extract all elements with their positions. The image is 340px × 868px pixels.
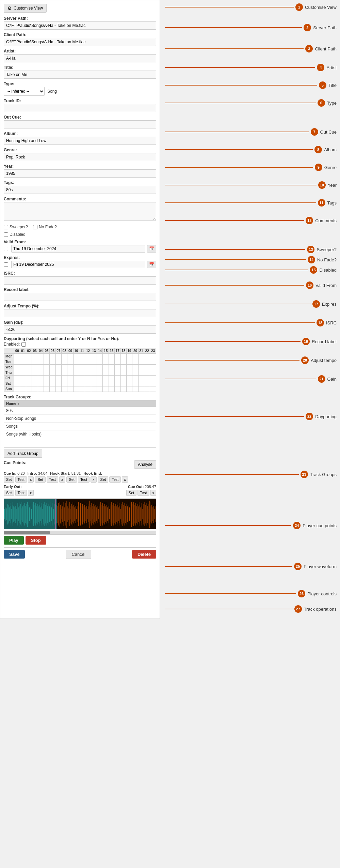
daypart-cell-sun-15[interactable] [103, 386, 109, 392]
hook-end-x-button[interactable]: x [122, 476, 128, 483]
daypart-cell-mon-6[interactable] [50, 354, 55, 359]
daypart-cell-fri-11[interactable] [79, 376, 85, 381]
daypart-cell-tue-18[interactable] [120, 359, 126, 365]
daypart-cell-wed-18[interactable] [120, 365, 126, 370]
daypart-cell-thu-3[interactable] [32, 370, 38, 376]
daypart-cell-tue-3[interactable] [32, 359, 38, 365]
daypart-cell-tue-9[interactable] [67, 359, 73, 365]
daypart-cell-sat-11[interactable] [79, 381, 85, 386]
daypart-cell-wed-14[interactable] [97, 365, 103, 370]
daypart-cell-wed-17[interactable] [115, 365, 120, 370]
daypart-cell-sat-10[interactable] [73, 381, 79, 386]
daypart-cell-wed-23[interactable] [150, 365, 156, 370]
daypart-cell-mon-2[interactable] [26, 354, 32, 359]
daypart-cell-sun-2[interactable] [26, 386, 32, 392]
daypart-cell-sat-1[interactable] [20, 381, 26, 386]
intro-set-button[interactable]: Set [35, 476, 46, 483]
daypart-cell-sat-15[interactable] [103, 381, 109, 386]
server-path-input[interactable] [4, 21, 156, 30]
hook-start-set-button[interactable]: Set [66, 476, 77, 483]
daypart-cell-tue-12[interactable] [85, 359, 91, 365]
save-button[interactable]: Save [4, 550, 25, 559]
out-cue-input[interactable] [4, 120, 156, 128]
artist-input[interactable] [4, 54, 156, 62]
daypart-cell-sat-13[interactable] [91, 381, 97, 386]
daypart-cell-sun-5[interactable] [44, 386, 49, 392]
daypart-cell-mon-8[interactable] [61, 354, 67, 359]
daypart-cell-thu-18[interactable] [120, 370, 126, 376]
daypart-cell-mon-20[interactable] [132, 354, 138, 359]
daypart-cell-fri-16[interactable] [109, 376, 114, 381]
record-label-input[interactable] [4, 293, 156, 301]
daypart-cell-wed-3[interactable] [32, 365, 38, 370]
daypart-cell-thu-15[interactable] [103, 370, 109, 376]
daypart-cell-thu-6[interactable] [50, 370, 55, 376]
cue-in-x-button[interactable]: x [28, 476, 34, 483]
daypart-cell-mon-14[interactable] [97, 354, 103, 359]
waveform-container[interactable] [4, 499, 156, 529]
daypart-cell-sat-20[interactable] [132, 381, 138, 386]
daypart-cell-sat-23[interactable] [150, 381, 156, 386]
expires-input[interactable] [11, 261, 145, 268]
daypart-cell-sun-9[interactable] [67, 386, 73, 392]
daypart-cell-sun-23[interactable] [150, 386, 156, 392]
daypart-cell-mon-18[interactable] [120, 354, 126, 359]
daypart-cell-tue-2[interactable] [26, 359, 32, 365]
daypart-cell-thu-8[interactable] [61, 370, 67, 376]
album-input[interactable] [4, 137, 156, 145]
daypart-cell-sat-14[interactable] [97, 381, 103, 386]
daypart-cell-wed-12[interactable] [85, 365, 91, 370]
daypart-cell-mon-16[interactable] [109, 354, 114, 359]
daypart-cell-tue-14[interactable] [97, 359, 103, 365]
daypart-cell-thu-12[interactable] [85, 370, 91, 376]
daypart-cell-sat-16[interactable] [109, 381, 114, 386]
daypart-cell-mon-21[interactable] [138, 354, 144, 359]
daypart-cell-fri-22[interactable] [144, 376, 150, 381]
daypart-cell-wed-16[interactable] [109, 365, 114, 370]
daypart-cell-thu-20[interactable] [132, 370, 138, 376]
daypart-cell-tue-15[interactable] [103, 359, 109, 365]
intro-test-button[interactable]: Test [47, 476, 58, 483]
daypart-cell-thu-5[interactable] [44, 370, 49, 376]
daypart-cell-wed-10[interactable] [73, 365, 79, 370]
daypart-cell-fri-0[interactable] [14, 376, 20, 381]
comments-input[interactable] [4, 202, 156, 221]
daypart-cell-tue-7[interactable] [55, 359, 61, 365]
daypart-cell-sun-4[interactable] [38, 386, 44, 392]
hook-start-x-button[interactable]: x [91, 476, 97, 483]
daypart-cell-thu-11[interactable] [79, 370, 85, 376]
daypart-cell-mon-5[interactable] [44, 354, 49, 359]
daypart-cell-sun-6[interactable] [50, 386, 55, 392]
expires-checkbox[interactable] [4, 262, 8, 267]
daypart-cell-tue-13[interactable] [91, 359, 97, 365]
daypart-cell-sun-16[interactable] [109, 386, 114, 392]
daypart-cell-mon-4[interactable] [38, 354, 44, 359]
daypart-cell-fri-4[interactable] [38, 376, 44, 381]
daypart-cell-wed-15[interactable] [103, 365, 109, 370]
daypart-cell-sun-0[interactable] [14, 386, 20, 392]
gain-input[interactable] [4, 325, 156, 334]
daypart-cell-sat-21[interactable] [138, 381, 144, 386]
daypart-cell-tue-16[interactable] [109, 359, 114, 365]
daypart-cell-sun-1[interactable] [20, 386, 26, 392]
daypart-cell-fri-19[interactable] [126, 376, 132, 381]
play-button[interactable]: Play [4, 536, 24, 545]
daypart-cell-tue-19[interactable] [126, 359, 132, 365]
daypart-cell-sun-21[interactable] [138, 386, 144, 392]
daypart-cell-wed-1[interactable] [20, 365, 26, 370]
title-input[interactable] [4, 71, 156, 79]
daypart-cell-sat-12[interactable] [85, 381, 91, 386]
adjust-tempo-input[interactable] [4, 309, 156, 317]
daypart-cell-sun-12[interactable] [85, 386, 91, 392]
customise-view-button[interactable]: ⚙ Customise View [4, 4, 47, 13]
daypart-cell-thu-16[interactable] [109, 370, 114, 376]
daypart-cell-sat-17[interactable] [115, 381, 120, 386]
daypart-cell-thu-2[interactable] [26, 370, 32, 376]
daypart-cell-tue-23[interactable] [150, 359, 156, 365]
hook-end-test-button[interactable]: Test [109, 476, 121, 483]
early-out-test-button[interactable]: Test [15, 490, 27, 496]
daypart-cell-tue-17[interactable] [115, 359, 120, 365]
daypart-cell-tue-10[interactable] [73, 359, 79, 365]
nofade-checkbox[interactable] [33, 225, 37, 229]
daypart-cell-tue-20[interactable] [132, 359, 138, 365]
